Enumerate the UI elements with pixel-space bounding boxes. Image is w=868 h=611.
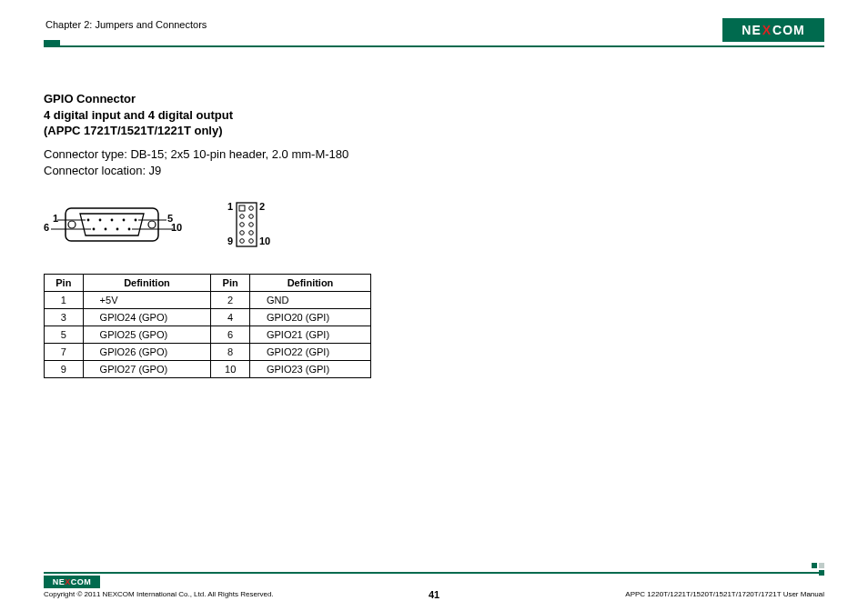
pinhdr-pin2-label: 2 [259, 201, 265, 212]
cell-definition: GPIO24 (GPO) [83, 309, 211, 326]
svg-point-2 [148, 221, 156, 228]
cell-pin: 2 [211, 292, 250, 309]
section-title-line1: GPIO Connector [44, 91, 824, 107]
svg-rect-28 [819, 563, 824, 568]
cell-definition: GPIO27 (GPO) [83, 361, 211, 378]
svg-point-26 [249, 239, 254, 244]
logo-part-com: COM [772, 23, 805, 37]
db15-pin1-label: 1 [53, 213, 58, 224]
pinhdr-pin10-label: 10 [259, 235, 270, 246]
table-row: 1+5V2GND [45, 292, 371, 309]
svg-point-11 [128, 228, 131, 231]
table-header-row: Pin Definition Pin Definition [45, 275, 371, 292]
db15-pin10-label: 10 [171, 222, 182, 233]
cell-definition: GPIO21 (GPI) [249, 326, 370, 344]
footer-corner-icon [812, 563, 824, 576]
cell-pin: 9 [45, 361, 84, 378]
svg-point-25 [240, 239, 245, 244]
cell-pin: 4 [211, 309, 250, 326]
connector-location: Connector location: J9 [44, 163, 824, 179]
chapter-title: Chapter 2: Jumpers and Connectors [44, 18, 207, 30]
cell-pin: 3 [45, 309, 84, 326]
cell-pin: 10 [211, 361, 250, 378]
table-row: 7GPIO26 (GPO)8GPIO22 (GPI) [45, 344, 371, 361]
db15-pin6-label: 6 [44, 222, 49, 233]
cell-pin: 5 [45, 326, 84, 344]
svg-point-4 [99, 219, 102, 222]
svg-point-22 [249, 223, 254, 227]
nexcom-logo-footer: NEXCOM [44, 576, 100, 588]
cell-pin: 1 [45, 292, 84, 309]
th-pin-a: Pin [45, 275, 84, 292]
logo-part-ne: NE [742, 23, 761, 37]
svg-point-5 [111, 219, 114, 222]
cell-pin: 7 [45, 344, 84, 361]
svg-rect-29 [819, 570, 824, 576]
th-pin-b: Pin [211, 275, 250, 292]
cell-pin: 8 [211, 344, 250, 361]
pin-header-diagram: 1 2 9 10 [224, 199, 269, 250]
svg-point-19 [240, 215, 245, 219]
section-title-line2: 4 digital input and 4 digital output [44, 107, 824, 124]
svg-point-21 [240, 223, 245, 227]
svg-point-18 [249, 206, 254, 211]
cell-definition: GPIO22 (GPI) [249, 344, 370, 361]
svg-point-20 [249, 215, 254, 219]
manual-title: APPC 1220T/1221T/1520T/1521T/1720T/1721T… [625, 590, 824, 598]
pinhdr-pin9-label: 9 [227, 235, 233, 246]
svg-point-8 [93, 228, 96, 231]
db15-connector-diagram: 1 5 6 10 [44, 205, 180, 245]
section-title-line3: (APPC 1721T/1521T/1221T only) [44, 123, 824, 139]
copyright-text: Copyright © 2011 NEXCOM International Co… [44, 590, 274, 598]
th-def-a: Definition [83, 275, 211, 292]
pinhdr-pin1-label: 1 [227, 201, 233, 212]
pin-definition-table: Pin Definition Pin Definition 1+5V2GND3G… [44, 274, 371, 378]
svg-point-6 [123, 219, 126, 222]
nexcom-logo-top: NEXCOM [722, 18, 824, 42]
svg-point-7 [135, 219, 137, 222]
cell-definition: GND [249, 292, 370, 309]
cell-pin: 6 [211, 326, 250, 344]
cell-definition: GPIO20 (GPI) [249, 309, 370, 326]
connector-type: Connector type: DB-15; 2x5 10-pin header… [44, 146, 824, 163]
cell-definition: GPIO25 (GPO) [83, 326, 211, 344]
svg-rect-17 [239, 205, 245, 211]
svg-point-23 [240, 231, 245, 235]
header-rule [44, 45, 824, 47]
logo-part-x: X [762, 23, 772, 37]
svg-point-1 [68, 221, 76, 228]
table-row: 9GPIO27 (GPO)10GPIO23 (GPI) [45, 361, 371, 378]
svg-point-9 [105, 228, 107, 231]
table-row: 5GPIO25 (GPO)6GPIO21 (GPI) [45, 326, 371, 344]
cell-definition: +5V [83, 292, 211, 309]
svg-point-10 [116, 228, 119, 231]
th-def-b: Definition [249, 275, 370, 292]
svg-point-3 [87, 219, 90, 222]
cell-definition: GPIO23 (GPI) [249, 361, 370, 378]
footer-rule [44, 572, 824, 574]
svg-point-24 [249, 231, 254, 235]
table-row: 3GPIO24 (GPO)4GPIO20 (GPI) [45, 309, 371, 326]
svg-rect-27 [812, 563, 817, 568]
cell-definition: GPIO26 (GPO) [83, 344, 211, 361]
